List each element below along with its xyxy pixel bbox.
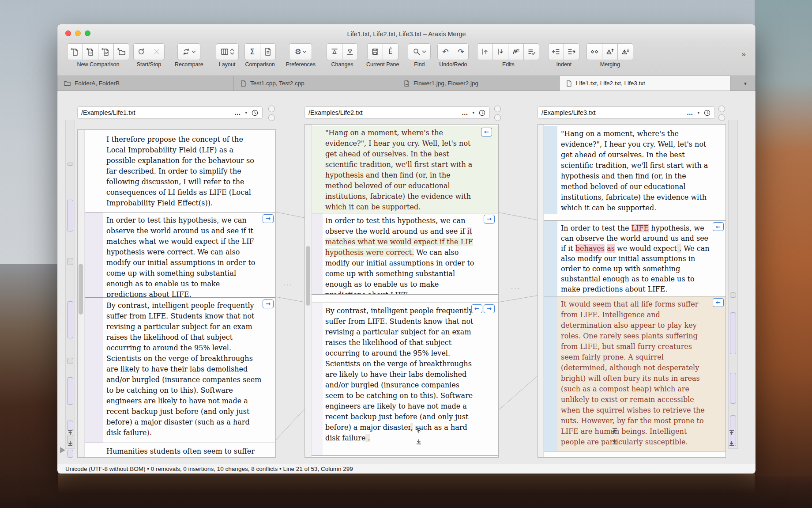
new-binary-comparison-button[interactable]: 01 xyxy=(83,43,98,60)
merge-left-button[interactable]: ← xyxy=(713,298,724,307)
pane3-scrollbar[interactable] xyxy=(538,125,544,457)
find-button[interactable] xyxy=(408,43,431,60)
path-browse-button[interactable]: … xyxy=(234,109,241,116)
left-change-map[interactable] xyxy=(65,120,75,449)
status-bar: Unicode (UTF-8 without BOM) • 0 removals… xyxy=(57,463,756,474)
scrollbar-thumb[interactable] xyxy=(79,264,83,315)
tab-label: Test1.cpp, Test2.cpp xyxy=(250,80,304,87)
pane2-paragraph-changed[interactable]: In order to test this hypothesis, we can… xyxy=(305,213,498,295)
comparison-report-button[interactable] xyxy=(260,43,276,60)
new-text-comparison-button[interactable] xyxy=(67,43,83,60)
status-expander-button[interactable] xyxy=(60,447,65,453)
right-change-map[interactable] xyxy=(728,120,738,449)
toolbar-overflow-button[interactable]: » xyxy=(742,50,746,59)
preferences-button[interactable]: ⚙ xyxy=(289,43,312,60)
pane3-link-toggles[interactable] xyxy=(718,106,725,121)
link-radio[interactable] xyxy=(718,114,725,121)
tab-list-dropdown-button[interactable]: ▼ xyxy=(743,81,748,86)
tab-flower1-flower2[interactable]: Flower1.jpg, Flower2.jpg xyxy=(397,76,560,91)
path-browse-button[interactable]: … xyxy=(687,109,694,116)
indent-button[interactable] xyxy=(564,43,579,60)
remove-edit-button[interactable] xyxy=(508,43,524,60)
tab-test1-test2[interactable]: Test1.cpp, Test2.cpp xyxy=(234,76,397,91)
pane1-editor[interactable]: I therefore propose the concept of the L… xyxy=(77,129,276,458)
merge-left-button[interactable]: ← xyxy=(713,222,724,231)
layout-button[interactable] xyxy=(216,43,239,60)
tab-label: Life1.txt, Life2.txt, Life3.txt xyxy=(576,80,645,87)
title-bar: Life1.txt, Life2.txt, Life3.txt – Araxis… xyxy=(57,24,756,42)
pane1-paragraph-unchanged[interactable]: I therefore propose the concept of the L… xyxy=(78,133,275,210)
previous-conflict-button[interactable] xyxy=(602,43,618,60)
encoding-button[interactable]: É xyxy=(383,43,398,60)
anchor-top-button[interactable] xyxy=(67,429,73,436)
tab-life1-life2-life3[interactable]: Life1.txt, Life2.txt, Life3.txt xyxy=(560,76,730,91)
pane2-paragraph-changed[interactable]: By contrast, intelligent people frequent… xyxy=(305,303,498,456)
recompare-button[interactable] xyxy=(177,43,200,60)
pane1-paragraph-unchanged[interactable]: Humanities students often seem to suffer xyxy=(78,445,275,458)
pane3-path-field[interactable]: /Examples/Life3.txt … ▾ xyxy=(538,106,715,119)
pane2-scrollbar[interactable] xyxy=(305,125,312,457)
accept-edits-icon xyxy=(527,47,536,56)
history-clock-icon[interactable] xyxy=(251,109,259,117)
pane3-paragraph-changed[interactable]: In order to test the LIFE hypothesis, we… xyxy=(538,220,726,296)
gutter2-dots: ··· xyxy=(511,285,520,292)
pane3-paragraph-unchanged[interactable]: "Hang on a moment, where's the evidence?… xyxy=(538,126,726,214)
merge-right-button[interactable]: → xyxy=(263,299,274,308)
merge-left-button[interactable]: ← xyxy=(481,128,492,136)
toolbar-group-merging: Merging xyxy=(586,43,633,68)
merge-all-button[interactable] xyxy=(586,43,602,60)
anchor-top-button[interactable] xyxy=(729,429,735,436)
toolbar-group-label: Merging xyxy=(600,61,620,68)
path-dropdown-button[interactable]: ▾ xyxy=(472,110,474,115)
link-radio[interactable] xyxy=(268,106,275,112)
pane1-paragraph-changed[interactable]: In order to test this hypothesis, we can… xyxy=(78,212,275,297)
path-dropdown-button[interactable]: ▾ xyxy=(697,110,699,115)
previous-change-button[interactable] xyxy=(327,43,342,60)
save-button[interactable] xyxy=(367,43,383,60)
merge-right-button[interactable]: → xyxy=(263,214,274,223)
anchor-bottom-button[interactable] xyxy=(729,440,735,447)
merge-right-button[interactable]: → xyxy=(484,304,495,313)
comparison-summary-button[interactable]: Σ xyxy=(244,43,260,60)
pane2-paragraph-inserted[interactable]: "Hang on a moment, where's the evidence?… xyxy=(305,126,498,213)
link-radio[interactable] xyxy=(718,106,725,112)
accept-edit-button[interactable] xyxy=(523,43,539,60)
path-browse-button[interactable]: … xyxy=(462,109,469,116)
change-map-marker xyxy=(67,421,73,430)
new-folder-comparison-button[interactable] xyxy=(113,43,129,60)
stop-button[interactable] xyxy=(149,43,165,60)
next-change-button[interactable] xyxy=(342,43,358,60)
toolbar-group-comparison: Σ Comparison xyxy=(244,43,276,68)
next-conflict-button[interactable] xyxy=(617,43,633,60)
pane1-paragraph-changed[interactable]: By contrast, intelligent people frequent… xyxy=(78,297,275,443)
start-button[interactable] xyxy=(133,43,149,60)
insert-after-button[interactable] xyxy=(492,43,508,60)
toolbar-group-label: Recompare xyxy=(175,61,203,68)
scrollbar-thumb[interactable] xyxy=(306,246,310,306)
link-radio[interactable] xyxy=(268,114,275,121)
anchor-top-button[interactable] xyxy=(612,428,618,434)
merge-right-button[interactable]: → xyxy=(484,215,495,224)
anchor-bottom-button[interactable] xyxy=(416,439,422,445)
redo-button[interactable]: ↷ xyxy=(453,43,469,60)
history-clock-icon[interactable] xyxy=(703,109,711,117)
merge-left-button[interactable]: ← xyxy=(471,304,482,313)
undo-button[interactable]: ↶ xyxy=(437,43,453,60)
pane1-link-toggles[interactable] xyxy=(268,106,275,121)
pane1-scrollbar[interactable] xyxy=(78,130,85,457)
anchor-bottom-button[interactable] xyxy=(612,439,618,445)
new-image-comparison-button[interactable] xyxy=(98,43,114,60)
anchor-bottom-button[interactable] xyxy=(67,440,73,447)
pane3-paragraph-conflict[interactable]: It would seem that all life forms suffer… xyxy=(538,296,726,451)
pane3-editor[interactable]: "Hang on a moment, where's the evidence?… xyxy=(538,124,726,458)
pane1-path-field[interactable]: /Examples/Life1.txt … ▾ xyxy=(77,106,263,119)
path-dropdown-button[interactable]: ▾ xyxy=(245,110,247,115)
pane2-path-field[interactable]: /Examples/Life2.txt … ▾ xyxy=(304,106,490,119)
history-clock-icon[interactable] xyxy=(478,109,486,117)
toolbar-group-indent: Indent xyxy=(548,43,579,68)
anchor-top-button[interactable] xyxy=(416,428,422,434)
tab-foldera-folderb[interactable]: FolderA, FolderB xyxy=(57,76,234,91)
pane2-editor[interactable]: "Hang on a moment, where's the evidence?… xyxy=(304,124,499,458)
outdent-button[interactable] xyxy=(548,43,564,60)
insert-before-button[interactable] xyxy=(477,43,493,60)
